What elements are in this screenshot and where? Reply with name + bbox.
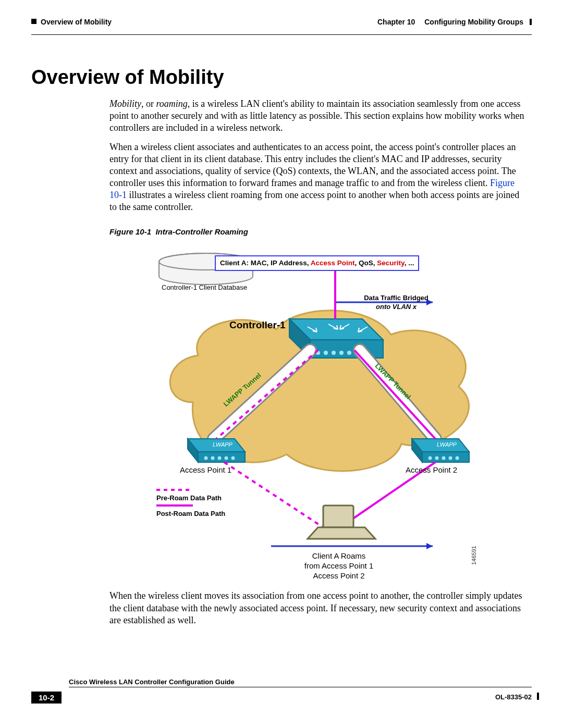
svg-point-20 [218,456,222,460]
controller-label: Controller-1 [229,319,286,331]
roam-l2: from Access Point 1 [287,561,391,571]
svg-point-7 [332,351,336,355]
header-rule [31,34,532,35]
roam-l3: Access Point 2 [287,571,391,581]
svg-point-18 [204,456,208,460]
intro-paragraph: Mobility, or roaming, is a wireless LAN … [109,98,527,134]
roam-caption: Client A Roams from Access Point 1 Acces… [287,551,391,581]
term-roaming: roaming [156,98,188,109]
svg-text:LWAPP: LWAPP [213,441,233,448]
doc-number: OL-8335-02 [495,693,532,701]
db-label: Controller-1 Client Database [162,283,266,292]
figure-caption: Figure 10-1 Intra-Controller Roaming [109,227,527,237]
post-figure-paragraph: When the wireless client moves its assoc… [109,590,527,626]
footer-mark [537,693,539,700]
figure-number: Figure 10-1 [109,227,151,236]
intro-sep: , or [141,98,156,109]
svg-point-29 [442,456,446,460]
svg-point-9 [347,351,351,355]
svg-point-31 [456,456,459,460]
svg-point-30 [449,456,452,460]
page-footer: Cisco Wireless LAN Controller Configurat… [31,678,532,704]
page-number: 10-2 [31,692,62,704]
header-mark-left [31,19,36,24]
client-suffix: , ... [405,259,414,267]
svg-marker-34 [308,527,375,539]
para2-before: When a wireless client associates and au… [109,142,516,188]
traffic-label: Data Traffic Bridged onto VLAN x [344,294,448,311]
para2-after: illustrates a wireless client roaming fr… [109,190,519,212]
figure-title: Intra-Controller Roaming [155,227,248,236]
term-mobility: Mobility [109,98,141,109]
legend-pre: Pre-Roam Data Path [156,494,222,503]
running-chapter: Chapter 10 Configuring Mobility Groups [377,18,523,26]
client-fields-1: MAC, IP Address, [251,259,311,267]
page-title: Overview of Mobility [31,66,532,89]
svg-point-22 [231,456,235,460]
traffic-l1: Data Traffic Bridged [344,294,448,303]
svg-point-19 [211,456,215,460]
ap1-label: Access Point 1 [180,465,231,475]
svg-text:LWAPP: LWAPP [437,441,457,448]
figure-art-id: 146591 [470,546,478,565]
svg-point-6 [324,351,328,355]
running-section: Overview of Mobility [41,18,112,26]
roam-l1: Client A Roams [287,551,391,561]
client-ap-field: Access Point [311,259,355,267]
figure-diagram: LWAPP LWAPP [151,246,485,579]
running-head: Overview of Mobility Chapter 10 Configur… [31,16,532,32]
svg-point-27 [429,456,432,460]
svg-rect-33 [323,505,353,527]
svg-point-28 [435,456,439,460]
header-mark-right [530,19,532,25]
svg-marker-36 [426,543,433,549]
database-paragraph: When a wireless client associates and au… [109,141,527,213]
svg-point-21 [225,456,228,460]
client-prefix: Client A: [220,259,251,267]
chapter-title: Configuring Mobility Groups [424,18,523,26]
svg-point-8 [339,351,344,355]
legend-post: Post-Roam Data Path [156,510,225,519]
guide-title: Cisco Wireless LAN Controller Configurat… [69,678,532,687]
client-database-entry: Client A: MAC, IP Address, Access Point,… [215,255,419,270]
ap2-label: Access Point 2 [406,465,457,475]
client-fields-2: , QoS, [355,259,377,267]
chapter-label: Chapter 10 [377,18,415,26]
traffic-l2: onto VLAN x [344,303,448,312]
client-security-field: Security [377,259,404,267]
